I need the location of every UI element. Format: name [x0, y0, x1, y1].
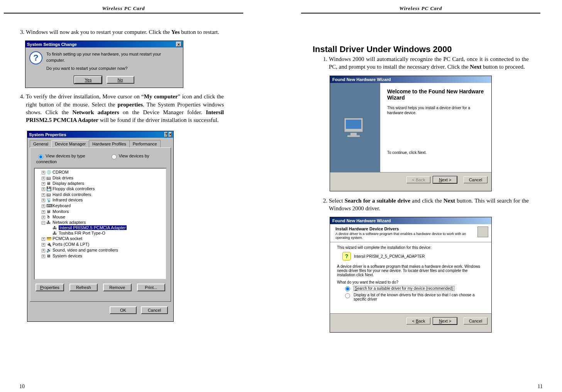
- tree-item: +⌨Keyboard: [35, 203, 166, 209]
- label: View devices by type: [46, 154, 85, 158]
- wizard-text: This wizard helps you install a device d…: [387, 105, 486, 115]
- bold: Next: [470, 64, 481, 70]
- steps-list-right: Windows 2000 will automatically recogniz…: [313, 55, 529, 71]
- section-title: Install Driver Under Windows 2000: [313, 44, 529, 54]
- wizard-subdesc: A device driver is a software program th…: [335, 232, 477, 240]
- tree-item: +💾Floppy disk controllers: [35, 186, 166, 192]
- tree-item: +🖥System devices: [35, 253, 166, 259]
- device-row: ? Intersil PRISM_2_5_PCMCIA_ADAPTER: [342, 252, 484, 260]
- text: What do you want the wizard to do?: [337, 280, 484, 284]
- wizard-header: Install Hardware Device Drivers A device…: [330, 224, 491, 242]
- print-button[interactable]: Print...: [137, 284, 166, 291]
- text: This wizard will complete the installati…: [337, 245, 484, 250]
- step-4: To verify the driver installation, Move …: [26, 93, 224, 124]
- tree-item-selected: 🖧Intersil PRISM2.5 PCMCIA Adapter: [35, 225, 166, 230]
- text: button to restart.: [180, 29, 219, 35]
- radio-by-type[interactable]: View devices by type: [36, 154, 85, 158]
- bold: Yes: [171, 29, 180, 35]
- text: Do you want to restart your computer now…: [46, 66, 178, 71]
- system-settings-change-dialog: System Settings Change × ? To finish set…: [25, 41, 183, 88]
- svg-rect-3: [347, 135, 360, 137]
- wizard-heading: Welcome to the Found New Hardware Wizard: [387, 88, 486, 101]
- tree-item: +🖥Monitors: [35, 209, 166, 214]
- hardware-icon: [477, 226, 488, 237]
- bold: Next: [444, 198, 455, 204]
- dialog-titlebar: Found New Hardware Wizard: [330, 217, 491, 224]
- step-2: Select Search for a suitable drive and c…: [329, 197, 529, 213]
- page-right: Wireless PC Card Install Driver Under Wi…: [301, 4, 540, 338]
- ok-button[interactable]: OK: [110, 306, 137, 314]
- steps-list-left: Windows will now ask you to restart your…: [10, 28, 224, 36]
- tab-general[interactable]: General: [30, 140, 52, 147]
- label: No: [118, 78, 123, 82]
- no-button[interactable]: No: [107, 76, 134, 84]
- text: button to proceed.: [481, 64, 525, 70]
- text: and click the: [410, 198, 444, 204]
- dialog-title: System Settings Change: [27, 42, 77, 47]
- tree-item: +🖴Hard disk controllers: [35, 192, 166, 197]
- properties-button[interactable]: Properties: [36, 284, 64, 291]
- next-button[interactable]: Next >: [433, 318, 457, 324]
- steps-list-left-2: To verify the driver installation, Move …: [10, 93, 224, 124]
- tree-item: +🖱Mouse: [35, 214, 166, 220]
- bold: Network adapters: [73, 109, 119, 115]
- radio-search-driver[interactable]: Search for a suitable driver for my devi…: [343, 286, 484, 291]
- wizard-subtitle: Install Hardware Device Drivers: [335, 226, 477, 231]
- close-icon[interactable]: ×: [169, 132, 172, 137]
- yes-button[interactable]: Yes: [74, 76, 102, 84]
- tree-item: +📡Infrared devices: [35, 197, 166, 203]
- refresh-button[interactable]: Refresh: [69, 284, 98, 291]
- dialog-title: System Properties: [29, 132, 66, 137]
- svg-rect-2: [350, 133, 357, 135]
- tab-performance[interactable]: Performance: [129, 140, 161, 147]
- steps-list-right-2: Select Search for a suitable drive and c…: [313, 197, 529, 213]
- bold: properties: [117, 101, 143, 108]
- back-button: < Back: [406, 176, 430, 183]
- tree-item: +🔊Sound, video and game controllers: [35, 247, 166, 253]
- page-footer: 10 11: [0, 384, 562, 390]
- tree-item: +🖴Disk drives: [35, 175, 166, 181]
- text: To verify the driver installation, Move …: [26, 93, 144, 100]
- close-icon[interactable]: ×: [176, 42, 181, 47]
- remove-button[interactable]: Remove: [103, 284, 132, 291]
- back-button[interactable]: < Back: [406, 318, 430, 324]
- dialog-body-text: To finish setting up your new hardware, …: [46, 51, 178, 71]
- label: Yes: [85, 78, 91, 82]
- radio-display-list[interactable]: Display a list of the known drivers for …: [343, 293, 484, 301]
- wizard-sidebar-image: [330, 83, 380, 172]
- unknown-device-icon: ?: [342, 252, 351, 260]
- tree-item: +💿CDROM: [35, 169, 166, 175]
- label: Display a list of the known drivers for …: [354, 293, 484, 301]
- cancel-button[interactable]: Cancel: [464, 176, 488, 183]
- label: roperties: [43, 285, 59, 290]
- tab-hardware-profiles[interactable]: Hardware Profiles: [89, 140, 129, 147]
- tree-item: +🔌Ports (COM & LPT): [35, 242, 166, 247]
- dialog-titlebar: Found New Hardware Wizard: [330, 76, 491, 83]
- tree-item: 🖧Toshiba FIR Port Type-O: [35, 230, 166, 236]
- page-header-right: Wireless PC Card: [301, 4, 540, 14]
- found-new-hardware-wizard-install: Found New Hardware Wizard Install Hardwa…: [330, 217, 492, 333]
- page-number-left: 10: [19, 384, 25, 390]
- cancel-button[interactable]: Cancel: [464, 318, 488, 324]
- text: Select: [329, 198, 345, 204]
- system-properties-dialog: System Properties ? × General Device Man…: [27, 131, 174, 322]
- tab-device-manager[interactable]: Device Manager: [51, 140, 89, 147]
- step-3: Windows will now ask you to restart your…: [26, 28, 224, 36]
- device-tree[interactable]: +💿CDROM +🖴Disk drives +🖥Display adapters…: [34, 168, 167, 280]
- svg-rect-1: [346, 120, 361, 129]
- text: To finish setting up your new hardware, …: [46, 51, 178, 63]
- page-left: Wireless PC Card Windows will now ask yo…: [4, 4, 243, 338]
- help-icon[interactable]: ?: [164, 132, 168, 137]
- bold: Search for a suitable drive: [345, 198, 410, 204]
- tab-row: General Device Manager Hardware Profiles…: [27, 138, 173, 147]
- bold: My computer: [144, 93, 178, 100]
- wizard-continue-text: To continue, click Next.: [387, 150, 486, 155]
- tree-item: −🖧Network adapters: [35, 220, 166, 225]
- dialog-titlebar: System Settings Change ×: [25, 41, 183, 47]
- page-number-right: 11: [538, 384, 543, 390]
- text: will be found if the driver installation…: [98, 117, 219, 123]
- step-1: Windows 2000 will automatically recogniz…: [329, 55, 529, 71]
- next-button[interactable]: Next >: [433, 176, 457, 183]
- cancel-button[interactable]: Cancel: [141, 306, 168, 314]
- hardware-icon: [340, 112, 371, 143]
